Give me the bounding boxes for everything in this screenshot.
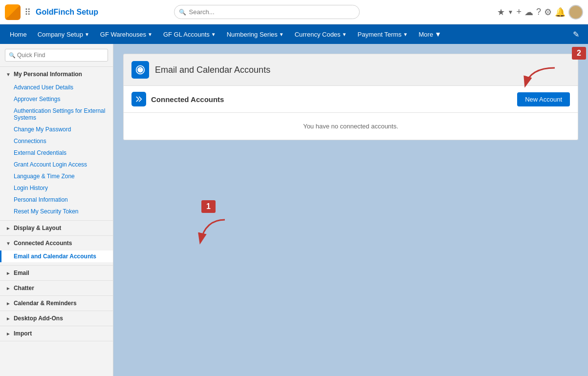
sidebar-section-desktop: ► Desktop Add-Ons: [0, 311, 113, 326]
sidebar-item-personal-info[interactable]: Personal Information: [0, 194, 113, 206]
page-header: Email and Calendar Accounts: [123, 54, 578, 86]
nav-bar: Home Company Setup ▼ GF Warehouses ▼ GF …: [0, 24, 588, 44]
nav-edit-icon[interactable]: ✎: [569, 30, 583, 39]
sidebar-item-change-password[interactable]: Change My Password: [0, 124, 113, 135]
personal-items: Advanced User Details Approver Settings …: [0, 82, 113, 220]
nav-company-setup[interactable]: Company Setup ▼: [33, 24, 94, 44]
sidebar-item-auth-settings[interactable]: Authentication Settings for External Sys…: [0, 105, 113, 124]
sidebar-section-email-header[interactable]: ► Email: [0, 266, 113, 280]
connected-items: Email and Calendar Accounts: [0, 251, 113, 265]
sidebar-item-language[interactable]: Language & Time Zone: [0, 170, 113, 182]
chatter-section-label: Chatter: [14, 285, 34, 292]
nav-company-setup-chevron: ▼: [85, 32, 89, 37]
nav-numbering-series-chevron: ▼: [279, 32, 284, 37]
sidebar-section-email: ► Email: [0, 266, 113, 281]
nav-gf-warehouses[interactable]: GF Warehouses ▼: [95, 24, 157, 44]
sidebar: 🔍 ▼ My Personal Information Advanced Use…: [0, 44, 113, 376]
add-icon[interactable]: +: [516, 7, 522, 17]
top-actions: ★ ▼ + ☁ ? ⚙ 🔔: [497, 5, 583, 20]
search-input[interactable]: [174, 5, 360, 19]
sidebar-search-icon: 🔍: [9, 52, 16, 59]
nav-home[interactable]: Home: [5, 24, 32, 44]
sidebar-search-input[interactable]: [5, 49, 108, 62]
nav-payment-terms-chevron: ▼: [403, 32, 408, 37]
sidebar-section-calendar: ► Calendar & Reminders: [0, 296, 113, 311]
sidebar-section-personal: ▼ My Personal Information Advanced User …: [0, 67, 113, 221]
main-layout: 🔍 ▼ My Personal Information Advanced Use…: [0, 44, 588, 376]
callout-badge-2: 2: [572, 47, 586, 60]
email-section-label: Email: [14, 270, 29, 276]
search-bar: 🔍: [174, 5, 360, 19]
connected-empty-message: You have no connected accounts.: [124, 113, 578, 140]
nav-numbering-series[interactable]: Numbering Series ▼: [222, 24, 289, 44]
sidebar-section-chatter: ► Chatter: [0, 281, 113, 296]
callout-badge-1: 1: [201, 200, 216, 213]
sidebar-section-import: ► Import: [0, 326, 113, 341]
page-title: Email and Calendar Accounts: [155, 65, 270, 75]
display-chevron-icon: ►: [6, 226, 11, 231]
desktop-section-label: Desktop Add-Ons: [14, 315, 63, 322]
calendar-chevron-icon: ►: [6, 301, 11, 306]
sidebar-section-display: ► Display & Layout: [0, 221, 113, 236]
connected-accounts-title: Connected Accounts: [151, 95, 224, 104]
top-bar: ⠿ GoldFinch Setup 🔍 ★ ▼ + ☁ ? ⚙ 🔔: [0, 0, 588, 24]
help-icon[interactable]: ?: [536, 7, 541, 17]
sidebar-item-advanced-user[interactable]: Advanced User Details: [0, 82, 113, 93]
display-section-label: Display & Layout: [14, 225, 61, 231]
sidebar-item-reset-token[interactable]: Reset My Security Token: [0, 206, 113, 217]
personal-chevron-icon: ▼: [6, 72, 11, 77]
nav-more[interactable]: More ▼: [414, 24, 446, 44]
sidebar-item-connections[interactable]: Connections: [0, 135, 113, 147]
sidebar-item-grant-access[interactable]: Grant Account Login Access: [0, 159, 113, 170]
connected-panel-header: Connected Accounts New Account: [124, 86, 578, 113]
nav-gf-gl-accounts-chevron: ▼: [211, 32, 216, 37]
connected-panel: Connected Accounts New Account You have …: [123, 86, 578, 140]
import-chevron-icon: ►: [6, 331, 11, 336]
sidebar-item-login-history[interactable]: Login History: [0, 182, 113, 194]
personal-section-label: My Personal Information: [14, 71, 82, 78]
arrow-1: [196, 217, 240, 248]
nav-currency-codes-chevron: ▼: [342, 32, 347, 37]
sidebar-section-calendar-header[interactable]: ► Calendar & Reminders: [0, 296, 113, 311]
sidebar-search-area: 🔍: [0, 44, 113, 67]
sidebar-item-external-credentials[interactable]: External Credentials: [0, 147, 113, 159]
arrow-2: [521, 65, 560, 91]
search-icon: 🔍: [179, 9, 186, 16]
chatter-chevron-icon: ►: [6, 286, 11, 291]
cloud-icon[interactable]: ☁: [524, 7, 533, 18]
app-name: GoldFinch Setup: [36, 8, 98, 17]
sidebar-item-approver[interactable]: Approver Settings: [0, 93, 113, 105]
content-area: 2 Email and Cal: [113, 44, 588, 376]
import-section-label: Import: [14, 330, 32, 337]
connected-accounts-icon: [131, 92, 146, 106]
calendar-section-label: Calendar & Reminders: [14, 300, 77, 307]
sidebar-section-connected: ▼ Connected Accounts Email and Calendar …: [0, 236, 113, 266]
svg-point-2: [139, 69, 141, 70]
grid-icon[interactable]: ⠿: [24, 7, 31, 18]
nav-more-chevron: ▼: [435, 30, 441, 38]
sidebar-section-personal-header[interactable]: ▼ My Personal Information: [0, 67, 113, 82]
connected-chevron-icon: ▼: [6, 241, 11, 246]
connected-section-label: Connected Accounts: [14, 240, 72, 247]
nav-gf-gl-accounts[interactable]: GF GL Accounts ▼: [158, 24, 221, 44]
sidebar-section-import-header[interactable]: ► Import: [0, 326, 113, 341]
sidebar-section-display-header[interactable]: ► Display & Layout: [0, 221, 113, 235]
star-icon[interactable]: ★: [497, 7, 505, 18]
bell-icon[interactable]: 🔔: [555, 7, 566, 18]
page-header-icon: [131, 61, 149, 79]
avatar[interactable]: [568, 5, 583, 20]
nav-gf-warehouses-chevron: ▼: [148, 32, 152, 37]
sidebar-section-desktop-header[interactable]: ► Desktop Add-Ons: [0, 311, 113, 326]
desktop-chevron-icon: ►: [6, 316, 11, 321]
connected-panel-left: Connected Accounts: [131, 92, 224, 106]
sidebar-section-connected-header[interactable]: ▼ Connected Accounts: [0, 236, 113, 251]
sidebar-section-chatter-header[interactable]: ► Chatter: [0, 281, 113, 295]
email-chevron-icon: ►: [6, 271, 11, 276]
app-logo: [5, 4, 21, 20]
new-account-button[interactable]: New Account: [517, 92, 570, 106]
sidebar-item-email-calendar[interactable]: Email and Calendar Accounts: [0, 251, 113, 262]
nav-currency-codes[interactable]: Currency Codes ▼: [290, 24, 352, 44]
nav-payment-terms[interactable]: Payment Terms ▼: [353, 24, 413, 44]
settings-icon[interactable]: ⚙: [544, 7, 552, 18]
dropdown-icon[interactable]: ▼: [508, 9, 514, 16]
